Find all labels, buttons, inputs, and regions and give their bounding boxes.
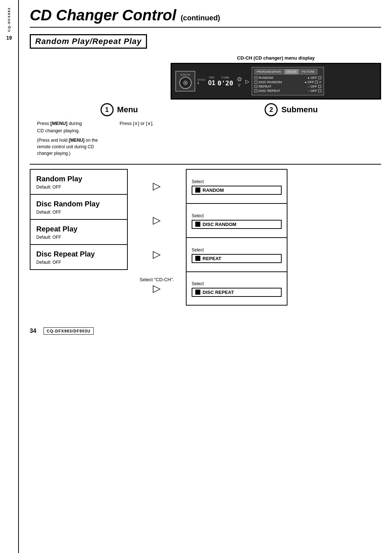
cd-tab-picture[interactable]: PICTURE [299,69,317,74]
select-value-disc-random: DISC RANDOM [192,220,282,229]
step2-text: Press [∧] or [∨]. [119,121,154,126]
down-arrow-icon: ▽ [238,83,241,87]
cd-menu-tabs: PRONUNCIATION CD-CH PICTURE [254,69,321,74]
bullet-repeat: ○ [308,85,310,88]
callout-1-circle: 1 [101,103,114,116]
menu-left-disc-random: DISC RANDOM [254,80,282,84]
callout-2-circle: 2 [265,103,278,116]
footer: 34 CQ-DFX983/DF903U [30,327,381,335]
menu-val-random: OFF [311,76,317,80]
play-box-disc-repeat-title: Disc Repeat Play [36,250,121,258]
right-arrow-icon: ▷ [245,78,249,84]
play-box-disc-random-title: Disc Random Play [36,200,121,208]
menu-label-repeat: REPEAT [259,85,271,88]
cd-unit-display: CDCH [175,71,195,92]
callout-1-label: Menu [117,105,138,114]
arrow-right-2-icon: ▷ [153,215,161,225]
bullet-random: ● [308,76,310,80]
model-number: CQ-DFX983/DF903U [44,327,94,335]
menu-right-repeat: ○ OFF [308,85,321,88]
cd-display-label: CD-CH (CD changer) menu display [171,55,381,61]
arrow-right-3-icon: ▷ [153,249,161,259]
sidebar: CQ-DFX983 19 [0,0,19,553]
arrow-right-1-icon: ▷ [153,181,161,191]
extra-disc-random: ≡ [319,80,321,84]
step1-note: (Press and hold [MENU] on the remote con… [37,137,98,157]
cd-icon [179,76,192,89]
menu-row-disc-repeat: DISC REPEAT ○ OFF [254,89,321,93]
select-value-disc-repeat-text: DISC REPEAT [203,290,234,295]
sidebar-page-num: 19 [6,35,12,41]
play-box-repeat-title: Repeat Play [36,225,121,233]
menu-right-disc-repeat: ○ OFF [308,89,321,93]
play-box-repeat-default: Default: OFF [36,235,121,240]
select-box-random: Select RANDOM [186,169,287,203]
section-heading: Random Play/Repeat Play [30,34,147,49]
instruction-step1: Press [MENU] duringCD changer playing. (… [37,120,98,157]
disc-label: DISC [197,78,206,81]
menu-row-disc-random: DISC RANDOM ● OFF ≡ [254,80,321,84]
page-number: 34 [30,328,36,334]
disc-num: 1 [197,81,206,85]
svg-point-2 [185,82,186,84]
cd-menu-panel: PRONUNCIATION CD-CH PICTURE RANDOM ● OFF [252,67,324,96]
menu-left-repeat: REPEAT [254,85,271,88]
checkbox-repeat [254,85,257,88]
menu-row-random: RANDOM ● OFF [254,76,321,80]
select-label-random: Select [192,179,282,184]
bullet-disc-repeat: ○ [308,89,310,93]
play-box-random-default: Default: OFF [36,185,121,190]
cd-disc-info: DISC 1 [197,78,206,85]
callout-2-label: Submenu [281,105,318,114]
checkbox-disc-repeat-right [318,89,321,92]
cd-unit-label: CDCH [180,73,190,76]
fill-square-random [195,187,200,193]
cd-display-section: CD-CH (CD changer) menu display CDCH DIS… [30,55,381,100]
play-box-disc-random-default: Default: OFF [36,210,121,215]
play-box-disc-repeat-default: Default: OFF [36,260,121,265]
select-value-random: RANDOM [192,186,282,195]
menu-right-disc-random: ● OFF ≡ [305,80,321,84]
select-label-disc-repeat: Select [192,281,282,286]
cd-tab-pronunciation[interactable]: PRONUNCIATION [254,69,284,74]
checkbox-repeat-right [318,85,321,88]
arrow-2: ▷ [153,203,161,237]
fill-square-disc-repeat [195,290,200,295]
page-title: CD Changer Control [30,7,176,24]
up-arrow-icon: ⊙ [237,76,242,82]
menu-label-random: RANDOM [259,76,273,80]
cd-display-container: CD-CH (CD changer) menu display CDCH DIS… [171,55,381,100]
select-value-disc-repeat: DISC REPEAT [192,288,282,297]
time-val: 0'20 [217,79,233,87]
play-box-disc-random: Disc Random Play Default: OFF [30,194,128,219]
arrow-3: ▷ Select "CD-CH". [153,237,161,271]
menu-val-repeat: OFF [311,85,317,88]
step1-text: Press [MENU] duringCD changer playing. [37,120,98,134]
cd-tab-cdch[interactable]: CD-CH [284,69,299,74]
cd-display-screen: CDCH DISC 1 TRC 01 [171,63,381,100]
sidebar-icons: CQ-DFX983 [7,7,11,32]
fill-square-repeat [195,256,200,261]
right-boxes: Select RANDOM Select DISC RANDOM Select … [186,169,287,306]
select-box-disc-random: Select DISC RANDOM [186,203,287,237]
play-box-disc-repeat: Disc Repeat Play Default: OFF [30,244,128,270]
title-section: CD Changer Control (continued) [30,7,381,28]
select-label-disc-random: Select [192,213,282,218]
checkbox-disc-random-right [315,81,318,84]
arrow-1: ▷ [153,169,161,203]
menu-key-label2: [MENU] [69,138,84,143]
menu-val-disc-repeat: OFF [311,89,317,93]
trc-num: 01 [208,79,215,87]
checkbox-random-right [318,76,321,79]
menu-val-disc-random: OFF [307,80,314,84]
menu-right-random: ● OFF [308,76,321,80]
instruction-step2: Press [∧] or [∨]. [119,120,154,157]
select-label-repeat: Select [192,247,282,253]
middle-section: ▷ ▷ ▷ Select "CD-CH". ▷ [128,169,186,306]
arrow-right-4-icon: ▷ [153,283,161,294]
page-subtitle: (continued) [181,14,220,22]
fill-square-disc-random [195,222,200,227]
trc-label: TRC [209,76,215,79]
select-value-repeat: REPEAT [192,254,282,263]
time-section: TIME 0'20 [217,76,233,87]
